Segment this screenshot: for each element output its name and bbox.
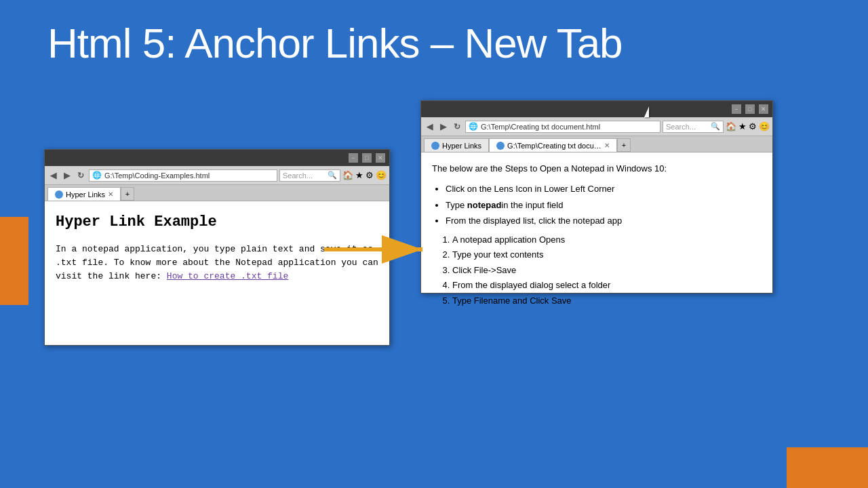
address-bar-left[interactable]: 🌐 G:\Temp\Coding-Examples.html <box>89 169 277 182</box>
step-bullet-1: Click on the Lens Icon in Lower Left Cor… <box>446 182 762 196</box>
maximize-button-left[interactable]: □ <box>362 153 372 163</box>
step-bullet-3: From the displayed list, click the notep… <box>446 214 762 228</box>
tab-globe-icon-left <box>55 190 63 199</box>
content-intro-right: The below are the Steps to Open a Notepa… <box>432 162 762 176</box>
gear-icon-left[interactable]: ⚙ <box>366 170 374 180</box>
orange-accent-left <box>0 217 28 305</box>
address-text-left: G:\Temp\Coding-Examples.html <box>104 171 210 180</box>
search-placeholder-right: Search... <box>666 123 696 131</box>
browser-toolbar-left: ◀ ▶ ↻ 🌐 G:\Temp\Coding-Examples.html Sea… <box>45 166 389 185</box>
numbered-step-5: Type Filename and Click Save <box>452 294 762 308</box>
forward-button-right[interactable]: ▶ <box>437 121 449 133</box>
face-icon-right[interactable]: 😊 <box>759 121 770 131</box>
titlebar-controls-right: − □ ✕ <box>732 104 768 114</box>
search-icon-left: 🔍 <box>328 171 337 180</box>
gear-icon-right[interactable]: ⚙ <box>749 121 757 131</box>
new-tab-button-right[interactable]: + <box>617 138 631 152</box>
browser-tab-bar-right: Hyper Links G:\Temp\Creating txt docu… ✕… <box>421 136 772 152</box>
tab-globe-icon-right2 <box>496 142 505 150</box>
address-bar-right[interactable]: 🌐 G:\Temp\Creating txt document.html <box>465 121 660 133</box>
address-icon-left: 🌐 <box>92 171 102 180</box>
star-icon-left[interactable]: ★ <box>355 170 363 180</box>
browser-titlebar-right: − □ ✕ <box>421 101 772 117</box>
browser-content-right: The below are the Steps to Open a Notepa… <box>421 152 772 319</box>
numbered-step-3: Click File->Save <box>452 264 762 277</box>
tab-label-left: Hyper Links <box>66 190 105 199</box>
refresh-button-right[interactable]: ↻ <box>451 121 463 133</box>
mouse-cursor <box>644 106 654 119</box>
toolbar-icons-right: 🏠 ★ ⚙ 😊 <box>726 121 770 131</box>
browser-window-right: − □ ✕ ◀ ▶ ↻ 🌐 G:\Temp\Creating txt docum… <box>420 100 773 293</box>
notepad-bold: notepad <box>467 200 502 210</box>
address-icon-right: 🌐 <box>469 122 478 131</box>
search-bar-right[interactable]: Search... 🔍 <box>663 121 724 133</box>
step-bullet-2: Type notepadin the input field <box>446 199 762 212</box>
home-icon-left[interactable]: 🏠 <box>342 170 353 180</box>
close-button-right[interactable]: ✕ <box>759 104 768 114</box>
how-to-link[interactable]: How to create .txt file <box>167 271 288 281</box>
numbered-steps: A notepad application Opens Type your te… <box>452 233 762 308</box>
steps-list: Click on the Lens Icon in Lower Left Cor… <box>446 182 762 228</box>
numbered-step-1: A notepad application Opens <box>452 233 762 247</box>
minimize-button-right[interactable]: − <box>732 104 741 114</box>
browser-titlebar-left: − □ ✕ <box>45 150 389 166</box>
tab-label-right1: Hyper Links <box>442 142 481 150</box>
address-text-right: G:\Temp\Creating txt document.html <box>481 123 600 131</box>
refresh-button-left[interactable]: ↻ <box>75 169 87 182</box>
tab-label-right2: G:\Temp\Creating txt docu… <box>507 142 601 150</box>
tab-hyper-links-left[interactable]: Hyper Links ✕ <box>47 187 121 201</box>
numbered-step-2: Type your text contents <box>452 248 762 262</box>
search-placeholder-left: Search... <box>283 171 313 180</box>
minimize-button-left[interactable]: − <box>349 153 358 163</box>
face-icon-left[interactable]: 😊 <box>376 170 387 180</box>
home-icon-right[interactable]: 🏠 <box>726 121 736 131</box>
back-button-left[interactable]: ◀ <box>47 169 59 182</box>
tab-hyper-links-right[interactable]: Hyper Links <box>424 138 489 152</box>
star-icon-right[interactable]: ★ <box>738 121 747 131</box>
search-bar-left[interactable]: Search... 🔍 <box>279 169 340 182</box>
slide-title: Html 5: Anchor Links – New Tab <box>47 19 841 67</box>
new-tab-button-left[interactable]: + <box>121 187 134 201</box>
search-icon-right: 🔍 <box>711 122 720 131</box>
orange-accent-bottom-right <box>787 447 868 488</box>
browser-tab-bar-left: Hyper Links ✕ + <box>45 185 389 201</box>
back-button-right[interactable]: ◀ <box>424 121 435 133</box>
arrow-indicator <box>324 229 433 270</box>
numbered-step-4: From the displayed dialog select a folde… <box>452 279 762 292</box>
maximize-button-right[interactable]: □ <box>745 104 755 114</box>
close-button-left[interactable]: ✕ <box>376 153 385 163</box>
tab-creating-txt[interactable]: G:\Temp\Creating txt docu… ✕ <box>489 138 617 152</box>
tab-close-left[interactable]: ✕ <box>108 190 113 198</box>
tab-globe-icon-right1 <box>431 142 439 150</box>
toolbar-icons-left: 🏠 ★ ⚙ 😊 <box>342 170 387 180</box>
tab-close-right[interactable]: ✕ <box>604 142 610 149</box>
forward-button-left[interactable]: ▶ <box>61 169 73 182</box>
titlebar-controls-left: − □ ✕ <box>349 153 385 163</box>
browser-toolbar-right: ◀ ▶ ↻ 🌐 G:\Temp\Creating txt document.ht… <box>421 117 772 136</box>
